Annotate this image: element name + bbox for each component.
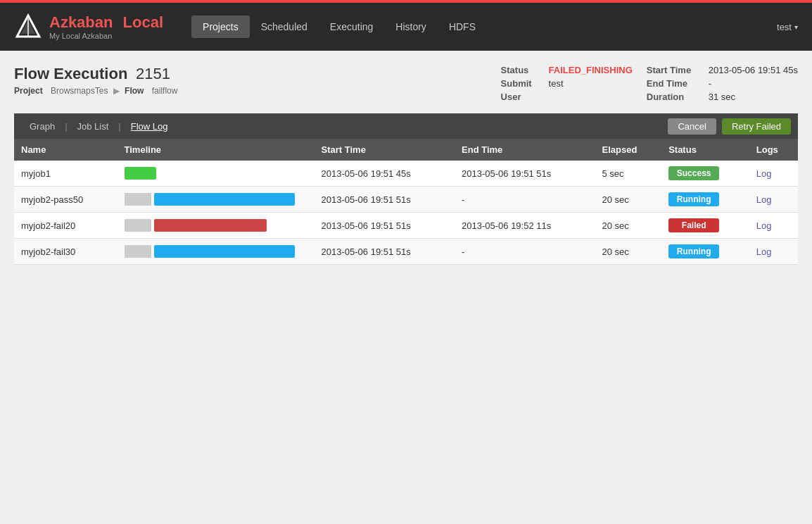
cell-name: myjob2-fail30 [14, 239, 118, 265]
submit-value: test [549, 78, 564, 89]
duration-row: Duration 31 sec [647, 92, 798, 102]
logo-area: Azkaban Local My Local Azkaban [14, 13, 163, 41]
timeline-pre-bar [125, 245, 151, 258]
breadcrumb-flow-name: failflow [152, 86, 178, 96]
cell-start-time: 2013-05-06 19:51 51s [315, 187, 455, 213]
logo-icon [14, 13, 42, 41]
cell-end-time: - [455, 239, 595, 265]
cell-timeline [118, 213, 315, 239]
nav-executing[interactable]: Executing [319, 15, 384, 38]
nav-hdfs[interactable]: HDFS [438, 15, 487, 38]
nav-links: Projects Scheduled Executing History HDF… [191, 15, 777, 38]
execution-header: Flow Execution 2151 Project BrowsmapsTes… [14, 65, 798, 102]
cell-elapsed: 5 sec [595, 161, 661, 187]
status-value: FAILED_FINISHING [549, 65, 633, 75]
submit-key: Submit [501, 78, 543, 89]
status-badge: Failed [668, 218, 719, 232]
breadcrumb-flow-label: Flow [125, 86, 144, 96]
tab-job-list[interactable]: Job List [69, 116, 118, 137]
cell-start-time: 2013-05-06 19:51 51s [315, 239, 455, 265]
table-row: myjob2-fail302013-05-06 19:51 51s-20 sec… [14, 239, 798, 265]
cell-end-time: 2013-05-06 19:51 51s [455, 161, 595, 187]
execution-id: 2151 [136, 65, 170, 82]
nav-projects[interactable]: Projects [191, 15, 250, 38]
start-time-row: Start Time 2013-05-06 19:51 45s [647, 65, 798, 75]
col-end-time: End Time [455, 139, 595, 161]
tab-flow-log[interactable]: Flow Log [122, 116, 177, 137]
table-row: myjob12013-05-06 19:51 45s2013-05-06 19:… [14, 161, 798, 187]
cell-name: myjob1 [14, 161, 118, 187]
status-badge: Running [668, 192, 719, 206]
status-block: Status FAILED_FINISHING Submit test User [501, 65, 633, 102]
table-row: myjob2-pass502013-05-06 19:51 51s-20 sec… [14, 187, 798, 213]
timeline-bar-container [125, 243, 307, 260]
table-row: myjob2-fail202013-05-06 19:51 51s2013-05… [14, 213, 798, 239]
start-time-value: 2013-05-06 19:51 45s [709, 65, 798, 75]
brand-title: Azkaban Local [49, 13, 163, 32]
user-row: User [501, 92, 633, 102]
cell-log: Log [749, 213, 798, 239]
status-area: Status FAILED_FINISHING Submit test User [501, 65, 633, 102]
cell-name: myjob2-pass50 [14, 187, 118, 213]
cell-status: Running [661, 239, 749, 265]
log-link[interactable]: Log [756, 247, 772, 257]
timeline-pre-bar [125, 193, 151, 206]
cell-start-time: 2013-05-06 19:51 51s [315, 213, 455, 239]
end-time-key: End Time [647, 78, 703, 89]
timeline-bar-container [125, 165, 307, 182]
execution-title-area: Flow Execution 2151 Project BrowsmapsTes… [14, 65, 501, 96]
main-content: Flow Execution 2151 Project BrowsmapsTes… [0, 51, 812, 524]
duration-value: 31 sec [709, 92, 735, 102]
user-menu[interactable]: test [777, 22, 798, 32]
status-row: Status FAILED_FINISHING [501, 65, 633, 75]
cell-end-time: 2013-05-06 19:52 11s [455, 213, 595, 239]
cell-timeline [118, 161, 315, 187]
table-body: myjob12013-05-06 19:51 45s2013-05-06 19:… [14, 161, 798, 265]
cell-log: Log [749, 239, 798, 265]
user-key: User [501, 92, 543, 102]
tabs-bar: Graph | Job List | Flow Log Cancel Retry… [14, 113, 798, 139]
job-table: Name Timeline Start Time End Time Elapse… [14, 139, 798, 265]
log-link[interactable]: Log [756, 220, 772, 231]
retry-failed-button[interactable]: Retry Failed [722, 118, 791, 135]
cancel-button[interactable]: Cancel [668, 118, 716, 135]
instance-name: Local [123, 13, 163, 31]
col-logs: Logs [749, 139, 798, 161]
navbar: Azkaban Local My Local Azkaban Projects … [0, 0, 812, 51]
log-link[interactable]: Log [756, 168, 772, 179]
nav-history[interactable]: History [384, 15, 438, 38]
col-timeline: Timeline [118, 139, 315, 161]
end-time-row: End Time - [647, 78, 798, 89]
cell-timeline [118, 187, 315, 213]
col-start-time: Start Time [315, 139, 455, 161]
tab-graph[interactable]: Graph [21, 116, 63, 137]
brand-subtitle: My Local Azkaban [49, 32, 163, 40]
timeline-main-bar [154, 193, 295, 206]
cell-start-time: 2013-05-06 19:51 45s [315, 161, 455, 187]
logo-text: Azkaban Local My Local Azkaban [49, 13, 163, 40]
cell-elapsed: 20 sec [595, 239, 661, 265]
col-name: Name [14, 139, 118, 161]
nav-scheduled[interactable]: Scheduled [250, 15, 319, 38]
timeline-bar-container [125, 191, 307, 208]
col-elapsed: Elapsed [595, 139, 661, 161]
timeline-bar-container [125, 217, 307, 234]
breadcrumb-project-label: Project [14, 86, 43, 96]
cell-elapsed: 20 sec [595, 213, 661, 239]
execution-title-line: Flow Execution 2151 [14, 65, 501, 83]
table-header: Name Timeline Start Time End Time Elapse… [14, 139, 798, 161]
cell-timeline [118, 239, 315, 265]
cell-log: Log [749, 161, 798, 187]
breadcrumb-project-name: BrowsmapsTes [51, 86, 108, 96]
breadcrumb: Project BrowsmapsTes ▶ Flow failflow [14, 86, 501, 96]
status-badge: Running [668, 244, 719, 258]
cell-end-time: - [455, 187, 595, 213]
tab-actions: Cancel Retry Failed [668, 118, 791, 135]
col-status: Status [661, 139, 749, 161]
duration-key: Duration [647, 92, 703, 102]
timeline-main-bar [154, 245, 295, 258]
timing-area: Start Time 2013-05-06 19:51 45s End Time… [647, 65, 798, 102]
log-link[interactable]: Log [756, 194, 772, 205]
timeline-main-bar [154, 219, 267, 232]
start-time-key: Start Time [647, 65, 703, 75]
